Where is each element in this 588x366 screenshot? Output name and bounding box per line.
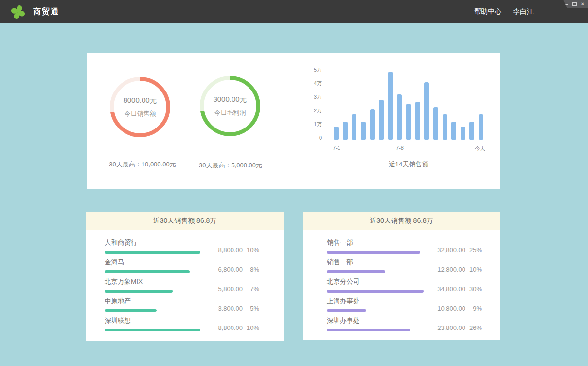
ranking-percent: 25% [465, 246, 482, 254]
sales-day-bar [469, 122, 474, 140]
today-sales-amount: 8000.00元 [123, 96, 157, 105]
x-tick: 7-8 [396, 145, 404, 151]
x-tick: 7-1 [333, 145, 340, 151]
sales-day-bar [415, 102, 420, 140]
ranking-bar [327, 270, 385, 273]
ranking-value: 5,800.007% [209, 285, 259, 293]
sales-day-bar [334, 127, 339, 140]
ranking-percent: 10% [465, 266, 482, 273]
sales-day-bar [379, 100, 384, 140]
app-logo-pinwheel-icon [10, 3, 26, 20]
sales-day-bar [479, 114, 483, 140]
ranking-percent: 26% [465, 324, 482, 331]
y-tick: 0 [319, 135, 322, 141]
ranking-bar [105, 309, 157, 312]
sales-day-bar [451, 122, 456, 140]
ranking-name: 金海马 [105, 258, 190, 267]
ranking-amount: 6,800.00 [209, 266, 243, 273]
ranking-name: 销售二部 [327, 258, 385, 267]
y-tick: 1万 [314, 122, 322, 127]
ranking-amount: 8,800.00 [209, 324, 243, 331]
ranking-row: 销售一部32,800.0025% [327, 238, 482, 254]
today-sales-donut: 8000.00元 今日销售额 [109, 76, 171, 138]
maximize-icon[interactable] [572, 2, 577, 6]
ranking-amount: 23,800.00 [431, 324, 465, 331]
ranking-amount: 12,800.00 [431, 266, 465, 273]
ranking-value: 34,800.0030% [431, 285, 482, 293]
department-sales-ranking-card: 近30天销售额 86.8万 销售一部32,800.0025%销售二部12,800… [303, 212, 500, 340]
ranking-percent: 7% [243, 285, 259, 293]
today-summary-card: 8000.00元 今日销售额 30天最高：10,000.00元 3000.00元… [87, 53, 500, 189]
y-tick: 3万 [314, 94, 322, 100]
ranking-bar [327, 309, 366, 312]
ranking-value: 6,800.008% [209, 266, 259, 273]
username-menu[interactable]: 李白江 [513, 7, 534, 16]
ranking-row: 金海马6,800.008% [105, 258, 259, 273]
ranking-row: 深圳办事处23,800.0026% [327, 316, 482, 331]
sales-day-bar [443, 114, 447, 140]
sales-day-bar [370, 109, 375, 140]
ranking-name: 上海办事处 [327, 297, 366, 306]
window-controls: × [559, 0, 588, 8]
ranking-row: 销售二部12,800.0010% [327, 258, 482, 273]
ranking-value: 12,800.0010% [431, 266, 482, 273]
department-ranking-title: 近30天销售额 86.8万 [303, 212, 500, 230]
ranking-amount: 32,800.00 [431, 246, 465, 254]
ranking-name: 深圳办事处 [327, 316, 410, 325]
ranking-name: 北京万象MIX [105, 277, 173, 286]
ranking-amount: 8,800.00 [209, 246, 243, 254]
ranking-percent: 9% [465, 305, 482, 312]
ranking-percent: 30% [465, 285, 482, 293]
profit-30day-high-note: 30天最高：5,000.00元 [199, 161, 262, 170]
ranking-value: 10,800.009% [431, 305, 482, 312]
ranking-name: 人和商贸行 [105, 238, 200, 247]
sales-bar-chart [334, 67, 483, 140]
sales-day-bar [343, 122, 348, 140]
ranking-amount: 34,800.00 [431, 285, 465, 293]
ranking-row: 人和商贸行8,800.0010% [105, 238, 259, 254]
ranking-bar [327, 329, 410, 331]
today-profit-amount: 3000.00元 [213, 95, 247, 104]
ranking-amount: 3,800.00 [209, 305, 243, 312]
sales-day-bar [424, 82, 429, 140]
ranking-value: 8,800.0010% [209, 246, 259, 254]
ranking-amount: 5,800.00 [209, 285, 243, 293]
bar-chart-x-axis: 7-1 7-8 今天 [334, 145, 483, 152]
ranking-percent: 10% [243, 324, 259, 331]
ranking-row: 北京万象MIX5,800.007% [105, 277, 259, 293]
sales-day-bar [361, 122, 366, 140]
ranking-name: 中原地产 [105, 297, 157, 306]
sales-day-bar [397, 94, 402, 140]
ranking-percent: 8% [243, 266, 259, 273]
ranking-percent: 10% [243, 246, 259, 254]
app-title: 商贸通 [33, 0, 59, 23]
bar-chart-y-axis: 5万 4万 3万 2万 1万 0 [304, 67, 322, 141]
ranking-bar [327, 290, 424, 293]
help-center-link[interactable]: 帮助中心 [474, 7, 501, 16]
ranking-row: 北京分公司34,800.0030% [327, 277, 482, 293]
sales-day-bar [406, 104, 411, 140]
ranking-value: 8,800.0010% [209, 324, 259, 331]
sales-day-bar [433, 107, 438, 140]
ranking-name: 北京分公司 [327, 277, 424, 286]
titlebar: 商贸通 帮助中心 李白江 × [0, 0, 588, 23]
ranking-bar [327, 251, 420, 254]
close-icon[interactable]: × [581, 1, 584, 7]
minimize-icon[interactable] [564, 4, 568, 5]
sales-30day-high-note: 30天最高：10,000.00元 [109, 160, 176, 169]
ranking-amount: 10,800.00 [431, 305, 465, 312]
ranking-bar [105, 270, 190, 273]
today-sales-label: 今日销售额 [125, 110, 156, 118]
ranking-bar [105, 290, 173, 293]
sales-day-bar [388, 72, 393, 140]
y-tick: 2万 [314, 108, 322, 113]
ranking-row: 中原地产3,800.005% [105, 297, 259, 312]
ranking-value: 3,800.005% [209, 305, 259, 312]
ranking-row: 深圳联想8,800.0010% [105, 316, 259, 331]
bar-chart-title: 近14天销售额 [334, 160, 483, 169]
y-tick: 4万 [314, 81, 322, 86]
ranking-bar [105, 251, 200, 254]
ranking-bar [105, 329, 200, 331]
ranking-percent: 5% [243, 305, 259, 312]
ranking-name: 销售一部 [327, 238, 420, 247]
